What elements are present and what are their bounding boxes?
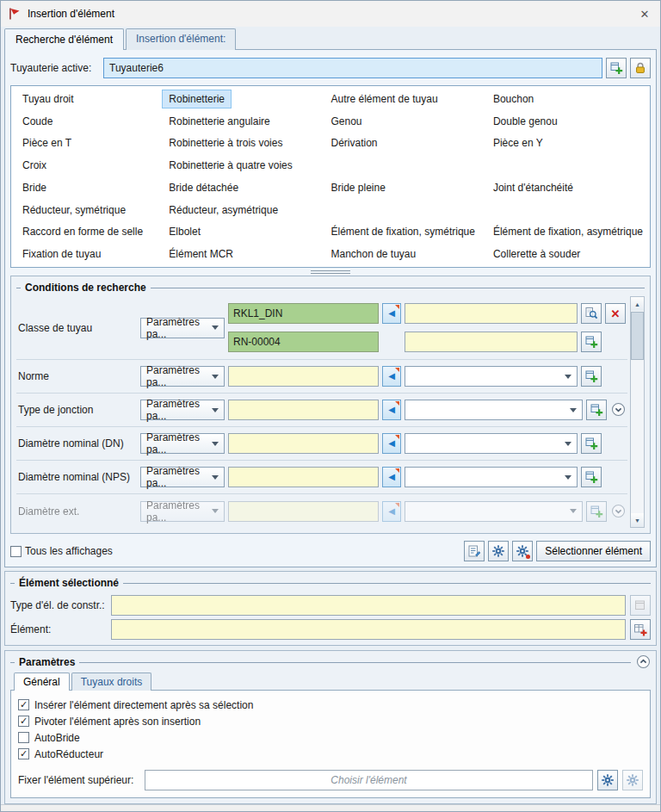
all-views-checkbox[interactable]: ✓ <box>10 546 22 557</box>
search-value-field[interactable] <box>405 303 578 324</box>
value-dropdown[interactable] <box>405 366 578 387</box>
conditions-scrollbar[interactable]: ▲ ▼ <box>630 296 645 528</box>
rotate-after-insert-checkbox[interactable]: ✓ <box>18 716 29 727</box>
condition-label: Type de jonction <box>18 404 137 416</box>
list-item <box>482 199 650 221</box>
window-title: Insertion d'élément <box>28 8 629 20</box>
close-icon[interactable]: ✕ <box>629 1 660 27</box>
list-item[interactable]: Fixation de tuyau <box>11 243 158 265</box>
autobride-checkbox[interactable]: ✓ <box>18 732 29 743</box>
transfer-left-button[interactable]: ◀ <box>382 400 401 420</box>
list-item[interactable]: Robinetterie angulaire <box>158 110 319 133</box>
option-label: Pivoter l'élément après son insertion <box>34 716 201 728</box>
transfer-left-button[interactable]: ◀ <box>382 366 401 387</box>
window-plus-icon <box>609 61 623 75</box>
param-source-dropdown[interactable]: Paramètres pa... <box>140 366 225 387</box>
option-row: ✓ Pivoter l'élément après son insertion <box>18 713 643 729</box>
value-dropdown[interactable] <box>405 400 583 420</box>
list-item[interactable]: Bride <box>11 177 158 199</box>
edit-form-button[interactable] <box>464 541 485 561</box>
chevron-up-circle-icon <box>636 654 651 669</box>
value-dropdown[interactable] <box>405 433 578 454</box>
new-pipeline-button[interactable] <box>606 58 627 78</box>
preview-button[interactable] <box>581 303 602 324</box>
value-dropdown[interactable] <box>405 467 578 487</box>
search-value-field[interactable] <box>405 332 578 352</box>
add-condition-button[interactable] <box>581 467 602 487</box>
list-item[interactable]: Bouchon <box>482 88 650 110</box>
list-item[interactable]: Autre élément de tuyau <box>319 88 481 110</box>
list-item[interactable]: Double genou <box>482 110 650 133</box>
element-field[interactable] <box>111 619 626 640</box>
tab-recherche-element[interactable]: Recherche d'élément <box>4 28 124 50</box>
param-source-dropdown[interactable]: Paramètres pa... <box>140 467 225 487</box>
search-value-field[interactable] <box>228 433 379 454</box>
search-value-field[interactable] <box>228 467 379 487</box>
list-item[interactable]: Élément MCR <box>158 243 319 265</box>
scroll-thumb[interactable] <box>631 312 644 360</box>
search-value-field[interactable] <box>228 366 379 387</box>
list-item[interactable]: Manchon de tuyau <box>319 243 481 265</box>
list-item[interactable]: Pièce en T <box>11 133 158 155</box>
lock-pipeline-button[interactable] <box>630 58 651 78</box>
list-item-selected[interactable]: Robinetterie <box>158 88 319 110</box>
list-item[interactable]: Genou <box>319 110 481 133</box>
splitter-handle[interactable] <box>10 268 651 276</box>
settings-alt-button[interactable] <box>512 541 533 561</box>
list-item[interactable]: Bride détachée <box>158 177 319 199</box>
expand-row-button[interactable] <box>610 504 626 519</box>
clear-condition-button[interactable]: ✕ <box>605 303 626 324</box>
add-condition-button[interactable] <box>586 400 607 420</box>
param-source-dropdown[interactable]: Paramètres pa... <box>140 318 225 338</box>
param-source-dropdown[interactable]: Paramètres pa... <box>140 400 225 420</box>
construction-type-field[interactable] <box>111 595 626 616</box>
value-dropdown <box>405 501 583 522</box>
add-condition-button[interactable] <box>581 366 602 387</box>
add-condition-button[interactable] <box>581 433 602 454</box>
add-condition-button[interactable] <box>581 332 602 352</box>
tab-tuyaux-droits[interactable]: Tuyaux droits <box>71 673 152 691</box>
active-pipeline-field[interactable]: Tuyauterie6 <box>103 58 602 78</box>
scroll-up-icon[interactable]: ▲ <box>631 297 644 311</box>
fix-superior-field[interactable]: Choisir l'élément <box>145 770 593 790</box>
transfer-left-button[interactable]: ◀ <box>382 303 401 324</box>
titlebar: Insertion d'élément ✕ <box>1 1 660 27</box>
search-value-field[interactable] <box>228 400 379 420</box>
list-item[interactable]: Elbolet <box>158 221 319 244</box>
list-item[interactable]: Élément de fixation, asymétrique <box>482 221 650 244</box>
select-element-button[interactable]: Sélectionner élément <box>536 541 651 561</box>
gear-icon <box>626 773 639 787</box>
scroll-down-icon[interactable]: ▼ <box>631 513 644 527</box>
pipe-class-value-field[interactable]: RKL1_DIN <box>228 303 379 324</box>
autoreducteur-checkbox[interactable]: ✓ <box>18 748 29 759</box>
list-item[interactable]: Robinetterie à quatre voies <box>158 154 319 177</box>
parameters-tabstrip: Général Tuyaux droits <box>10 673 651 690</box>
transfer-left-button[interactable]: ◀ <box>382 467 401 487</box>
list-item[interactable]: Bride pleine <box>319 177 481 199</box>
list-item[interactable]: Joint d'étanchéité <box>482 177 650 199</box>
scroll-track[interactable] <box>631 311 644 513</box>
list-item[interactable]: Collerette à souder <box>482 243 650 265</box>
choose-element-button[interactable] <box>597 770 618 790</box>
collapse-group-button[interactable] <box>635 654 651 670</box>
list-item[interactable]: Croix <box>11 154 158 177</box>
element-list-column-2: Robinetterie Robinetterie angulaire Robi… <box>158 88 319 265</box>
add-element-button[interactable] <box>630 619 651 640</box>
list-item[interactable]: Coude <box>11 110 158 133</box>
pipe-class-value-field-2[interactable]: RN-00004 <box>228 332 379 352</box>
list-item[interactable]: Réducteur, asymétrique <box>158 199 319 221</box>
list-item[interactable]: Dérivation <box>319 133 481 155</box>
tab-general[interactable]: Général <box>14 673 70 691</box>
tab-insertion-element[interactable]: Insertion d'élément: <box>126 28 236 50</box>
list-item[interactable]: Raccord en forme de selle <box>11 221 158 244</box>
insert-after-selection-checkbox[interactable]: ✓ <box>18 699 29 710</box>
settings-button[interactable] <box>488 541 509 561</box>
list-item[interactable]: Réducteur, symétrique <box>11 199 158 221</box>
list-item[interactable]: Pièce en Y <box>482 133 650 155</box>
transfer-left-button[interactable]: ◀ <box>382 433 401 454</box>
list-item[interactable]: Tuyau droit <box>11 88 158 110</box>
list-item[interactable]: Robinetterie à trois voies <box>158 133 319 155</box>
list-item[interactable]: Élément de fixation, symétrique <box>319 221 481 244</box>
param-source-dropdown[interactable]: Paramètres pa... <box>140 433 225 454</box>
expand-row-button[interactable] <box>610 402 626 418</box>
